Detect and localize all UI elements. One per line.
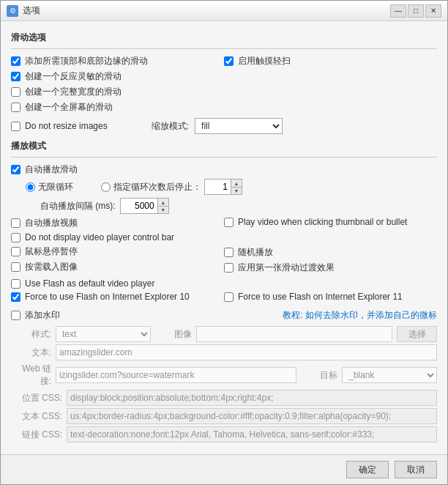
weblink-row: Web 链接: 目标 _blank _self _parent _top xyxy=(11,363,437,388)
force-flash-right: Force to use Flash on Internet Explorer … xyxy=(224,292,437,305)
loop-times-label: 指定循环次数后停止： xyxy=(113,181,201,193)
autoplay-video-row: 自动播放视频 xyxy=(11,217,224,229)
use-flash-checkbox[interactable] xyxy=(11,279,20,289)
target-label: 目标 xyxy=(301,369,337,382)
text-css-row: 文本 CSS: xyxy=(11,408,437,424)
position-css-row: 位置 CSS: xyxy=(11,390,437,406)
link-css-input[interactable] xyxy=(67,426,437,443)
autoplay-checkbox[interactable] xyxy=(11,165,20,174)
position-css-label: 位置 CSS: xyxy=(11,392,62,404)
text-css-input[interactable] xyxy=(67,408,437,424)
cb5-row: 创建一个全屏幕的滑动 xyxy=(11,101,224,114)
confirm-button[interactable]: 确定 xyxy=(346,461,389,478)
scroll-options-rows: 添加所需顶部和底部边缘的滑动 创建一个反应灵敏的滑动 创建一个完整宽度的滑动 创… xyxy=(11,55,437,116)
image-input[interactable] xyxy=(196,326,392,342)
scroll-right-col: 启用触摸轻扫 xyxy=(224,55,437,70)
cb6-checkbox[interactable] xyxy=(11,122,20,131)
interval-input[interactable] xyxy=(121,199,157,213)
loop-times-spinner: ▲ ▼ xyxy=(204,179,242,195)
text-label: 文本: xyxy=(11,347,51,359)
no-control-checkbox[interactable] xyxy=(11,233,20,242)
text-css-label: 文本 CSS: xyxy=(11,410,62,423)
play-video-click-checkbox[interactable] xyxy=(224,218,234,227)
preload-checkbox[interactable] xyxy=(11,262,20,272)
interval-label: 自动播放间隔 (ms): xyxy=(40,200,116,212)
loop-infinite-group: 无限循环 xyxy=(26,181,73,193)
loop-infinite-label: 无限循环 xyxy=(38,181,73,193)
random-play-checkbox[interactable] xyxy=(224,248,234,257)
image-label: 图像 xyxy=(155,328,192,341)
text-row: 文本: xyxy=(11,344,437,360)
cb6-row: Do not resize images xyxy=(11,121,108,131)
window-title: 选项 xyxy=(23,4,390,17)
scroll-left-col: 添加所需顶部和底部边缘的滑动 创建一个反应灵敏的滑动 创建一个完整宽度的滑动 创… xyxy=(11,55,224,116)
cb2-checkbox[interactable] xyxy=(224,56,234,66)
interval-up[interactable]: ▲ xyxy=(158,199,168,206)
cb6-label: Do not resize images xyxy=(25,121,108,131)
force-flash-ie10-checkbox[interactable] xyxy=(11,292,20,302)
cb1-label: 添加所需顶部和底部边缘的滑动 xyxy=(25,55,148,67)
minimize-button[interactable]: — xyxy=(390,4,406,18)
link-css-label: 链接 CSS: xyxy=(11,429,62,441)
force-flash-ie10-row: Force to use Flash on Internet Explorer … xyxy=(11,292,224,302)
target-select[interactable]: _blank _self _parent _top xyxy=(342,367,437,383)
style-select[interactable]: text image xyxy=(56,326,151,342)
cb4-checkbox[interactable] xyxy=(11,87,20,97)
interval-down[interactable]: ▼ xyxy=(158,206,168,213)
force-flash-ie11-label: Force to use Flash on Internet Explorer … xyxy=(238,292,403,302)
scroll-divider xyxy=(11,48,437,49)
cb5-checkbox[interactable] xyxy=(11,103,20,112)
position-css-input[interactable] xyxy=(67,390,437,406)
play-divider xyxy=(11,157,437,158)
preload-label: 按需载入图像 xyxy=(25,261,78,273)
maximize-button[interactable]: □ xyxy=(408,4,424,18)
loop-times-up[interactable]: ▲ xyxy=(231,179,242,187)
loop-times-spinner-btns: ▲ ▼ xyxy=(231,179,242,194)
cancel-button[interactable]: 取消 xyxy=(395,461,437,478)
content-area: 滑动选项 添加所需顶部和底部边缘的滑动 创建一个反应灵敏的滑动 创建一个完整宽度… xyxy=(1,21,447,454)
random-play-label: 随机播放 xyxy=(238,246,273,259)
watermark-link[interactable]: 教程: 如何去除水印，并添加自己的微标 xyxy=(283,309,437,322)
scale-mode-label: 缩放模式: xyxy=(152,120,189,133)
watermark-checkbox[interactable] xyxy=(11,311,20,320)
hover-pause-label: 鼠标悬停暂停 xyxy=(25,245,78,258)
interval-row: 自动播放间隔 (ms): ▲ ▼ xyxy=(40,198,437,214)
hover-pause-checkbox[interactable] xyxy=(11,247,20,256)
cb1-checkbox[interactable] xyxy=(11,56,20,66)
window-controls: — □ ✕ xyxy=(390,4,441,18)
text-input[interactable] xyxy=(56,344,437,360)
link-css-row: 链接 CSS: xyxy=(11,426,437,443)
force-flash-ie11-row: Force to use Flash on Internet Explorer … xyxy=(224,292,437,302)
weblink-input[interactable] xyxy=(56,367,296,383)
cb2-label: 启用触摸轻扫 xyxy=(238,55,291,67)
loop-options: 无限循环 指定循环次数后停止： ▲ ▼ 自动播放间隔 (ms): xyxy=(26,179,437,214)
footer: 确定 取消 xyxy=(1,454,447,484)
loop-infinite-radio[interactable] xyxy=(26,182,35,192)
cb4-row: 创建一个完整宽度的滑动 xyxy=(11,86,224,98)
autoplay-video-checkbox[interactable] xyxy=(11,218,20,228)
first-slide-checkbox[interactable] xyxy=(224,263,234,273)
hover-pause-row: 鼠标悬停暂停 xyxy=(11,245,224,258)
first-slide-row: 应用第一张滑动过渡效果 xyxy=(224,262,437,274)
watermark-form: 样式: text image 图像 选择 文本: Web 链接: xyxy=(11,326,437,443)
cb5-label: 创建一个全屏幕的滑动 xyxy=(25,101,113,114)
loop-times-down[interactable]: ▼ xyxy=(231,187,242,194)
cb3-row: 创建一个反应灵敏的滑动 xyxy=(11,70,224,83)
scale-select[interactable]: fill fit stretch center xyxy=(195,118,283,134)
no-control-label: Do not display video player control bar xyxy=(25,232,174,242)
style-row: 样式: text image 图像 选择 xyxy=(11,326,437,342)
video-left: 自动播放视频 Do not display video player contr… xyxy=(11,217,224,276)
force-flash-ie11-checkbox[interactable] xyxy=(224,292,234,302)
cb3-checkbox[interactable] xyxy=(11,72,20,81)
use-flash-label: Use Flash as default video player xyxy=(25,278,154,289)
close-button[interactable]: ✕ xyxy=(425,4,441,18)
scale-row: Do not resize images 缩放模式: fill fit stre… xyxy=(11,118,437,134)
video-right: Play video when clicking thumbnail or bu… xyxy=(224,217,437,277)
loop-times-radio[interactable] xyxy=(101,182,111,192)
no-control-row: Do not display video player control bar xyxy=(11,232,224,242)
force-flash-left: Force to use Flash on Internet Explorer … xyxy=(11,292,224,305)
first-slide-label: 应用第一张滑动过渡效果 xyxy=(238,262,335,274)
loop-times-input[interactable] xyxy=(205,179,231,194)
scroll-options-title: 滑动选项 xyxy=(11,32,437,44)
select-button[interactable]: 选择 xyxy=(397,326,437,342)
